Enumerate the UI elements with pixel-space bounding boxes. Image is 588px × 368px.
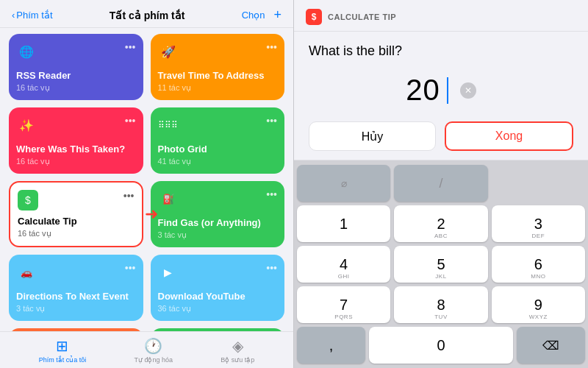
keyboard-row-4: , 0 ⌫ bbox=[297, 327, 585, 364]
rss-subtitle: 16 tác vụ bbox=[16, 83, 136, 93]
calculate-icon: $ bbox=[18, 190, 38, 210]
key-0[interactable]: 0 bbox=[369, 327, 513, 364]
directions-icon: 🚗 bbox=[16, 262, 37, 283]
header-title: Tất cả phím tắt bbox=[110, 10, 184, 21]
where-subtitle: 16 tác vụ bbox=[16, 157, 136, 166]
grid-icon: ⊞ bbox=[56, 337, 68, 355]
directions-subtitle: 3 tác vụ bbox=[16, 304, 136, 314]
travel-more-button[interactable]: ••• bbox=[266, 41, 277, 53]
back-label: Phím tắt bbox=[16, 10, 52, 21]
nav-gallery-label: Bộ sưu tập bbox=[220, 356, 254, 364]
key-5[interactable]: 5 JKL bbox=[394, 246, 487, 283]
key-7[interactable]: 7 PQRS bbox=[297, 286, 390, 323]
huy-button[interactable]: Hủy bbox=[309, 121, 436, 151]
calculate-title: Calculate Tip bbox=[18, 216, 135, 227]
youtube-title: Download YouTube bbox=[158, 291, 278, 302]
shortcuts-header: ‹ Phím tắt Tất cả phím tắt Chọn + bbox=[0, 0, 293, 28]
nav-gallery[interactable]: ◈ Bộ sưu tập bbox=[220, 337, 254, 364]
key-delete[interactable]: ⌫ bbox=[517, 327, 585, 364]
nav-auto-label: Tự động hóa bbox=[134, 356, 173, 364]
travel-title: Travel Time To Address bbox=[158, 70, 278, 82]
photogrid-more-button[interactable]: ••• bbox=[266, 115, 277, 127]
shortcuts-panel: ‹ Phím tắt Tất cả phím tắt Chọn + 🌐 ••• … bbox=[0, 0, 294, 368]
photogrid-title: Photo Grid bbox=[158, 144, 278, 155]
where-title: Where Was This Taken? bbox=[16, 144, 136, 155]
key5-sub: JKL bbox=[435, 273, 446, 280]
xong-button[interactable]: Xong bbox=[445, 121, 573, 151]
calculate-subtitle: 16 tác vụ bbox=[18, 229, 135, 238]
nav-automation[interactable]: 🕐 Tự động hóa bbox=[134, 337, 173, 364]
calc-cursor bbox=[447, 77, 448, 104]
youtube-icon: ▶ bbox=[158, 262, 179, 283]
key0-num: 0 bbox=[437, 337, 445, 354]
keyboard-row-1: 1 2 ABC 3 DEF bbox=[297, 205, 585, 242]
comma-symbol: , bbox=[329, 337, 334, 354]
key6-num: 6 bbox=[534, 256, 542, 273]
shortcuts-grid: 🌐 ••• RSS Reader 16 tác vụ 🚀 ••• Travel … bbox=[0, 28, 293, 331]
keyboard-row-special: ⌀ / bbox=[297, 165, 585, 202]
shortcut-card-call[interactable]: 📞 ••• Quay số nhanh Gọi Mom 👩‍👩‍👦 bbox=[151, 328, 285, 331]
shortcut-card-photogrid[interactable]: ⠿⠿⠿ ••• Photo Grid 41 tác vụ bbox=[151, 107, 285, 174]
shortcut-card-travel[interactable]: 🚀 ••• Travel Time To Address 11 tác vụ bbox=[151, 34, 285, 100]
key-comma[interactable]: , bbox=[297, 327, 365, 364]
directions-title: Directions To Next Event bbox=[16, 291, 136, 302]
key9-num: 9 bbox=[534, 297, 542, 314]
keyboard-row-3: 7 PQRS 8 TUV 9 WXYZ bbox=[297, 286, 585, 323]
special2-symbol: / bbox=[439, 176, 442, 191]
automation-icon: 🕐 bbox=[144, 337, 162, 355]
shortcut-card-directions[interactable]: 🚗 ••• Directions To Next Event 3 tác vụ bbox=[9, 255, 143, 321]
calculate-more-button[interactable]: ••• bbox=[123, 190, 135, 202]
key7-sub: PQRS bbox=[334, 314, 353, 320]
key-4[interactable]: 4 GHI bbox=[297, 246, 390, 283]
calc-action-buttons: Hủy Xong bbox=[294, 116, 588, 160]
rss-title: RSS Reader bbox=[16, 70, 136, 82]
chon-button[interactable]: Chọn bbox=[242, 10, 265, 21]
key1-num: 1 bbox=[340, 216, 348, 233]
findgas-subtitle: 3 tác vụ bbox=[158, 230, 278, 240]
shortcut-card-calculate[interactable]: $ ••• Calculate Tip 16 tác vụ ➜ bbox=[9, 181, 143, 247]
key-3[interactable]: 3 DEF bbox=[492, 205, 585, 242]
key2-num: 2 bbox=[437, 216, 445, 233]
shortcut-card-playlist[interactable]: 🎵 ••• Phát playlist 3 tác vụ bbox=[9, 328, 143, 331]
calc-clear-button[interactable]: ✕ bbox=[460, 82, 476, 99]
key-9[interactable]: 9 WXYZ bbox=[492, 286, 585, 323]
youtube-subtitle: 36 tác vụ bbox=[158, 304, 278, 314]
photogrid-subtitle: 41 tác vụ bbox=[158, 157, 278, 166]
findgas-icon: ⛽ bbox=[158, 188, 179, 209]
nav-my-shortcuts[interactable]: ⊞ Phím tắt của tôi bbox=[39, 337, 87, 364]
rss-icon: 🌐 bbox=[16, 41, 37, 62]
rss-more-button[interactable]: ••• bbox=[125, 41, 136, 53]
shortcut-card-rss[interactable]: 🌐 ••• RSS Reader 16 tác vụ bbox=[9, 34, 143, 100]
keyboard-row-2: 4 GHI 5 JKL 6 MNO bbox=[297, 246, 585, 283]
add-button[interactable]: + bbox=[273, 7, 282, 23]
shortcut-card-where[interactable]: ✨ ••• Where Was This Taken? 16 tác vụ bbox=[9, 107, 143, 174]
key5-num: 5 bbox=[437, 256, 445, 273]
key-1[interactable]: 1 bbox=[297, 205, 390, 242]
calc-app-header: $ CALCULATE TIP bbox=[294, 0, 588, 32]
youtube-more-button[interactable]: ••• bbox=[266, 262, 277, 274]
key8-num: 8 bbox=[437, 297, 445, 314]
numeric-keyboard: ⌀ / 1 2 ABC 3 DEF 4 GHI bbox=[294, 160, 588, 368]
findgas-more-button[interactable]: ••• bbox=[266, 188, 277, 200]
calculate-tip-panel: $ CALCULATE TIP What is the bill? 20 ✕ H… bbox=[294, 0, 588, 368]
key7-num: 7 bbox=[340, 297, 348, 314]
key2-sub: ABC bbox=[434, 233, 448, 239]
key-special1[interactable]: ⌀ bbox=[297, 165, 390, 202]
chevron-left-icon: ‹ bbox=[12, 10, 15, 21]
key-2[interactable]: 2 ABC bbox=[394, 205, 487, 242]
key6-sub: MNO bbox=[531, 273, 545, 280]
back-button[interactable]: ‹ Phím tắt bbox=[12, 10, 53, 21]
key-8[interactable]: 8 TUV bbox=[394, 286, 487, 323]
key-special2[interactable]: / bbox=[394, 165, 487, 202]
key-6[interactable]: 6 MNO bbox=[492, 246, 585, 283]
nav-my-label: Phím tắt của tôi bbox=[39, 356, 87, 364]
key4-sub: GHI bbox=[338, 273, 350, 280]
shortcut-card-youtube[interactable]: ▶ ••• Download YouTube 36 tác vụ bbox=[151, 255, 285, 321]
where-more-button[interactable]: ••• bbox=[125, 115, 136, 127]
findgas-title: Find Gas (or Anything) bbox=[158, 217, 278, 229]
shortcut-card-findgas[interactable]: ⛽ ••• Find Gas (or Anything) 3 tác vụ bbox=[151, 181, 285, 247]
directions-more-button[interactable]: ••• bbox=[125, 262, 136, 274]
calc-question: What is the bill? bbox=[294, 32, 588, 68]
key9-sub: WXYZ bbox=[529, 314, 548, 320]
calc-value-display: 20 bbox=[406, 74, 440, 107]
